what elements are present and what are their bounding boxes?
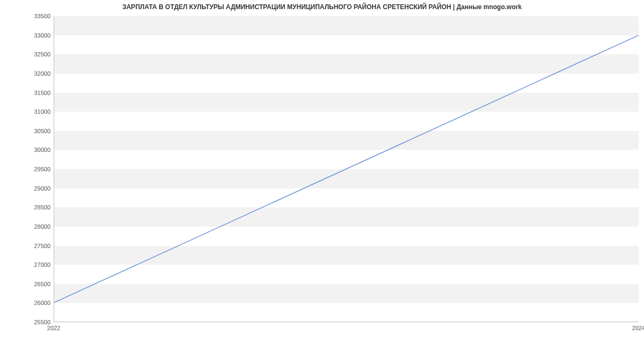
y-tick-label: 31500 (8, 90, 50, 96)
x-tick-label: 2022 (47, 325, 60, 331)
y-tick-label: 30000 (8, 147, 50, 153)
y-tick-label: 33500 (8, 13, 50, 19)
chart-container: ЗАРПЛАТА В ОТДЕЛ КУЛЬТУРЫ АДМИНИСТРАЦИИ … (0, 0, 644, 349)
y-tick-label: 32500 (8, 51, 50, 57)
y-tick-label: 26000 (8, 300, 50, 306)
y-tick-label: 33000 (8, 32, 50, 39)
y-tick-label: 27500 (8, 243, 50, 249)
y-tick-label: 25500 (8, 319, 50, 325)
y-tick-label: 31000 (8, 108, 50, 115)
y-tick-label: 28500 (8, 204, 50, 210)
y-tick-label: 26500 (8, 281, 50, 287)
chart-title: ЗАРПЛАТА В ОТДЕЛ КУЛЬТУРЫ АДМИНИСТРАЦИИ … (0, 3, 644, 11)
line-series (54, 16, 639, 322)
x-tick-label: 2024 (632, 325, 644, 331)
y-tick-label: 32000 (8, 70, 50, 77)
plot-area (54, 16, 639, 322)
y-tick-label: 28000 (8, 223, 50, 230)
y-tick-label: 30500 (8, 128, 50, 134)
y-tick-label: 27000 (8, 261, 50, 268)
y-tick-label: 29000 (8, 185, 50, 192)
y-tick-label: 29500 (8, 166, 50, 172)
